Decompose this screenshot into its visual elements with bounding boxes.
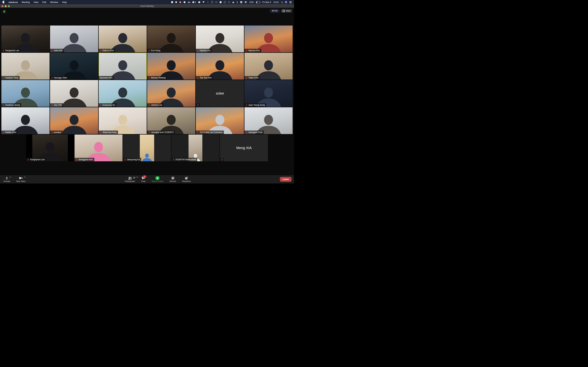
- check-count-icon[interactable]: ✓3: [192, 1, 196, 3]
- siri-icon[interactable]: [285, 1, 287, 3]
- control-center-icon[interactable]: [289, 1, 292, 3]
- zoom-window-button[interactable]: [8, 5, 10, 7]
- leave-button[interactable]: Leave: [280, 177, 292, 182]
- muted-mic-icon: [197, 50, 199, 52]
- participant-tile[interactable]: Seokhun Jeong: [1, 80, 50, 107]
- participant-name: Haesoo Kim: [248, 49, 260, 52]
- participant-tile[interactable]: 20180744 NabilaSindi: [172, 134, 219, 161]
- participants-count: 29: [133, 176, 135, 179]
- participant-nameplate: Kabdo Choi: [1, 131, 18, 134]
- menu-item-window[interactable]: Window: [50, 1, 58, 3]
- close-window-button[interactable]: [1, 5, 3, 7]
- participant-tile[interactable]: Hyungyu Shin: [50, 53, 98, 80]
- participant-nameplate: Hyungyu Shin: [50, 76, 69, 80]
- participant-tile[interactable]: sclee: [196, 80, 244, 107]
- participant-nameplate: [220, 158, 224, 161]
- participant-tile[interactable]: Juho Kim: [50, 25, 98, 52]
- share-screen-button[interactable]: Share Screen: [152, 176, 164, 182]
- view-button[interactable]: View: [281, 9, 292, 13]
- participant-name: Tae Soo Kim: [200, 76, 212, 79]
- apple-menu-icon[interactable]: [2, 1, 5, 3]
- person-silhouette: [140, 140, 154, 161]
- participant-name: Jeongyeon Kim: [78, 158, 93, 161]
- participant-tile[interactable]: Bekzat Tilekbay: [147, 53, 195, 80]
- notification-red-icon[interactable]: N: [179, 1, 181, 3]
- reactions-button[interactable]: Reactions: [182, 176, 191, 182]
- participant-tile[interactable]: Jisu Yim: [50, 80, 98, 107]
- menubar-date[interactable]: Fri Mar 5: [262, 1, 271, 3]
- window-title: Zoom Meeting: [0, 5, 294, 7]
- bluetooth-icon[interactable]: [237, 1, 238, 3]
- battery-icon[interactable]: [256, 1, 260, 3]
- participant-nameplate: Jean Young Song: [244, 103, 266, 107]
- participants-button[interactable]: 29 Participants: [125, 176, 135, 182]
- participant-tile[interactable]: Jeongyeon Kim: [75, 134, 122, 161]
- shottr-icon[interactable]: S: [207, 1, 209, 3]
- screen-recorder-icon[interactable]: [171, 1, 173, 3]
- participant-tile[interactable]: Eun Kang: [147, 25, 195, 52]
- meeting-top-right: 40:44 View: [270, 9, 292, 13]
- participant-tile[interactable]: Meng XIA: [220, 134, 268, 161]
- waveform-icon[interactable]: [188, 1, 190, 3]
- participant-nameplate: Hyerim Lee: [196, 49, 212, 52]
- download-icon[interactable]: [202, 1, 205, 3]
- video-options-caret[interactable]: [24, 176, 26, 178]
- participant-tile[interactable]: Eunyoung Ko: [99, 80, 147, 107]
- participant-tile[interactable]: Sangwook Lee: [1, 25, 50, 52]
- participant-tile[interactable]: Jeongeon Park: [244, 107, 293, 134]
- participant-tile[interactable]: yoonjoo: [50, 107, 98, 134]
- participant-tile[interactable]: DaEun Choi: [99, 25, 147, 52]
- chat-label: Chat: [141, 180, 145, 182]
- participant-tile[interactable]: Saelyne Yang: [1, 53, 50, 80]
- zoom-app-window: zoom.usMeetingViewEditWindowHelp N✓3SA22…: [0, 0, 294, 184]
- participants-options-caret[interactable]: [136, 176, 138, 178]
- record-button[interactable]: Record: [170, 176, 176, 182]
- audio-options-caret[interactable]: [9, 176, 11, 178]
- participant-tile[interactable]: Hyerim Lee: [196, 25, 244, 52]
- window-manager-icon[interactable]: [211, 1, 213, 3]
- sidebar-icon[interactable]: [224, 1, 226, 3]
- participant-tile[interactable]: Haesoo Kim: [244, 25, 293, 52]
- minimize-window-button[interactable]: [5, 5, 7, 7]
- muted-mic-icon: [2, 77, 5, 79]
- participant-tile[interactable]: Sanghyeon Lee: [26, 134, 74, 161]
- muted-mic-icon: [124, 158, 126, 161]
- rocket-icon[interactable]: [184, 1, 185, 3]
- bell-icon[interactable]: [198, 1, 200, 3]
- battery-percent[interactable]: 22%: [249, 1, 254, 3]
- participant-tile[interactable]: Juhoon Lee: [147, 80, 195, 107]
- chat-button[interactable]: 2 Chat: [141, 176, 145, 182]
- accessibility-icon[interactable]: [228, 1, 230, 3]
- dropbox-icon[interactable]: [175, 1, 177, 3]
- meeting-security-button[interactable]: [2, 9, 6, 14]
- menu-item-help[interactable]: Help: [62, 1, 67, 3]
- unmute-button[interactable]: Unmute: [3, 176, 10, 182]
- menu-item-view[interactable]: View: [34, 1, 38, 3]
- portrait-video: [189, 134, 202, 161]
- pause-icon[interactable]: [216, 1, 217, 3]
- participant-name: Kabdo Choi: [5, 131, 16, 133]
- menu-item-meeting[interactable]: Meeting: [22, 1, 30, 3]
- participant-name: Hyerim Lee: [200, 49, 210, 52]
- participant-tile[interactable]: Hyunwoo Kim: [99, 53, 147, 80]
- participant-tile[interactable]: Jean Young Song: [244, 80, 293, 107]
- airplay-icon[interactable]: [232, 1, 234, 3]
- participant-tile[interactable]: Yubin Choi: [244, 53, 293, 80]
- participant-tile[interactable]: Jihyeong Hong: [99, 107, 147, 134]
- menubar-time[interactable]: 13:41: [273, 1, 279, 3]
- participant-tile[interactable]: 20170488 Lee Euicheon: [196, 107, 244, 134]
- participant-tile[interactable]: Tae Soo Kim: [196, 53, 244, 80]
- wifi-icon[interactable]: [244, 1, 247, 3]
- participant-tile[interactable]: Kabdo Choi: [1, 107, 50, 134]
- extension-icon[interactable]: [220, 1, 222, 3]
- menu-item-edit[interactable]: Edit: [42, 1, 46, 3]
- spotlight-icon[interactable]: [281, 1, 283, 3]
- muted-mic-icon: [148, 131, 150, 133]
- input-source-icon[interactable]: A: [240, 1, 242, 3]
- muted-mic-icon: [221, 158, 223, 161]
- stop-video-button[interactable]: Stop Video: [16, 176, 26, 182]
- menu-item-zoom-us[interactable]: zoom.us: [9, 1, 18, 3]
- participant-tile[interactable]: seongha eom 20160371: [147, 107, 195, 134]
- stop-video-label: Stop Video: [16, 180, 26, 182]
- participant-tile[interactable]: Jaeryoung Ka: [123, 134, 171, 161]
